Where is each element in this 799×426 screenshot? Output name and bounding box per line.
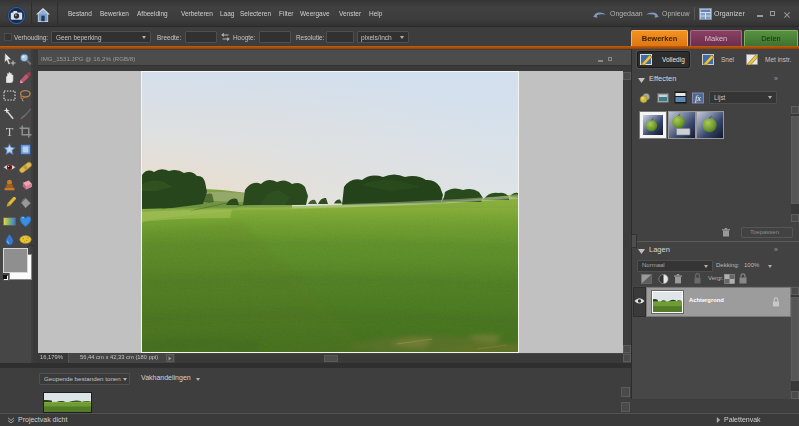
- svg-text:T: T: [6, 125, 14, 138]
- svg-text:fx: fx: [695, 94, 701, 103]
